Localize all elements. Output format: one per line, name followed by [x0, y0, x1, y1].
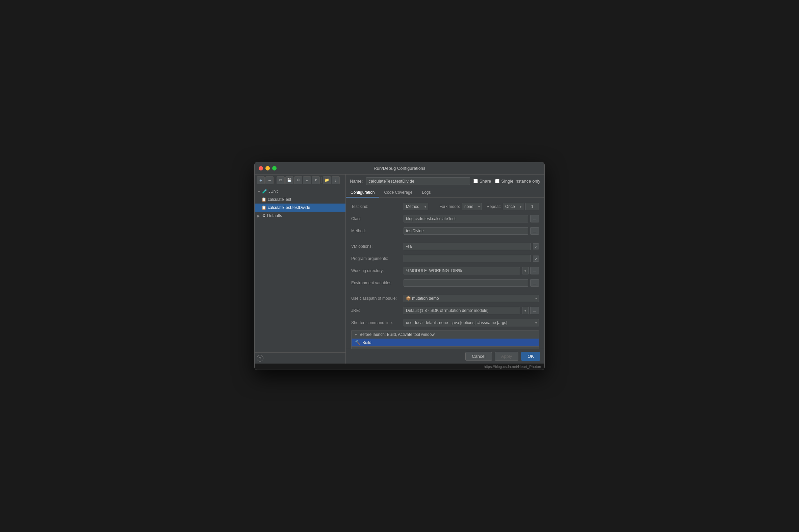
working-dir-select-wrapper[interactable] — [522, 267, 528, 274]
single-instance-checkbox-label[interactable]: Single instance only — [495, 178, 540, 184]
calculatetest-icon: 📋 — [261, 197, 266, 202]
share-checkbox[interactable] — [473, 179, 478, 183]
program-args-input[interactable] — [404, 255, 531, 262]
calculatetest-divide-icon: 📋 — [261, 205, 266, 210]
config-tree: ▼ 🧪 JUnit 📋 calculateTest 📋 calculateTes… — [255, 186, 346, 353]
move-up-button[interactable]: ▲ — [303, 176, 311, 184]
defaults-label: Defaults — [267, 213, 282, 218]
minimize-button[interactable] — [265, 166, 270, 170]
jre-select[interactable] — [522, 307, 529, 314]
tab-configuration[interactable]: Configuration — [346, 188, 379, 197]
repeat-label: Repeat: — [487, 204, 501, 209]
build-icon: 🔨 — [355, 340, 360, 345]
env-vars-input[interactable] — [404, 279, 528, 287]
working-dir-select[interactable] — [522, 267, 529, 274]
before-launch-header[interactable]: ▼ Before launch: Build, Activate tool wi… — [352, 330, 539, 339]
right-panel: Name: Share Single instance only Configu… — [346, 174, 544, 364]
test-kind-row: Test kind: Method Fork mode: none — [351, 202, 539, 211]
working-dir-input[interactable] — [404, 267, 520, 274]
close-button[interactable] — [259, 166, 263, 170]
fork-mode-select[interactable]: none — [462, 203, 482, 210]
settings-config-button[interactable]: ⚙ — [294, 176, 302, 184]
ok-button[interactable]: OK — [521, 352, 540, 361]
title-bar: Run/Debug Configurations — [255, 163, 544, 174]
calculatetest-divide-label: calculateTest.testDivide — [268, 205, 310, 210]
repeat-select-wrapper[interactable]: Once — [503, 203, 523, 210]
program-args-expand-button[interactable]: ⤢ — [533, 255, 539, 262]
junit-icon: 🧪 — [262, 189, 267, 194]
shorten-cmd-select[interactable]: user-local default: none - java [options… — [404, 319, 539, 326]
test-kind-select-wrapper[interactable]: Method — [404, 203, 428, 210]
jre-browse-button[interactable]: ... — [530, 307, 539, 314]
tab-code-coverage[interactable]: Code Coverage — [379, 188, 417, 197]
share-checkbox-label[interactable]: Share — [473, 178, 491, 184]
repeat-select[interactable]: Once — [503, 203, 523, 210]
tree-item-junit[interactable]: ▼ 🧪 JUnit — [255, 187, 346, 195]
before-launch-toolbar: + − ✏ ▲ ▼ — [352, 346, 539, 349]
class-row: Class: ... — [351, 214, 539, 224]
name-input[interactable] — [366, 177, 470, 185]
program-args-label: Program arguments: — [351, 256, 404, 261]
class-browse-button[interactable]: ... — [530, 215, 539, 223]
single-instance-label: Single instance only — [501, 178, 540, 184]
dialog-footer: Cancel Apply OK — [346, 349, 544, 364]
repeat-number-input[interactable] — [525, 203, 539, 210]
class-label: Class: — [351, 216, 404, 221]
vm-options-input[interactable] — [404, 243, 531, 250]
vm-options-label: VM options: — [351, 244, 404, 249]
cancel-button[interactable]: Cancel — [465, 352, 492, 361]
jre-select-wrapper[interactable] — [522, 307, 528, 314]
jre-row: JRE: ... — [351, 306, 539, 315]
classpath-select[interactable]: 📦 mutation demo — [404, 295, 539, 302]
maximize-button[interactable] — [272, 166, 277, 170]
tree-item-calculatetest[interactable]: 📋 calculateTest — [255, 195, 346, 204]
name-label: Name: — [350, 178, 363, 184]
vm-options-expand-button[interactable]: ⤢ — [533, 243, 539, 249]
env-vars-browse-button[interactable]: ... — [530, 279, 539, 287]
defaults-expand-arrow: ▶ — [257, 214, 261, 218]
method-label: Method: — [351, 229, 404, 233]
folder-button[interactable]: 📁 — [323, 176, 331, 184]
fork-mode-select-wrapper[interactable]: none — [462, 203, 482, 210]
divider-2 — [351, 290, 539, 294]
remove-config-button[interactable]: − — [265, 176, 274, 184]
url-bar: https://blog.csdn.net/Heart_Photon — [255, 364, 544, 369]
classpath-select-wrapper[interactable]: 📦 mutation demo — [404, 295, 539, 302]
class-input[interactable] — [404, 215, 528, 223]
copy-config-button[interactable]: ⧉ — [277, 176, 285, 184]
apply-button[interactable]: Apply — [495, 352, 519, 361]
junit-label: JUnit — [268, 189, 278, 194]
method-input[interactable] — [404, 227, 528, 234]
left-toolbar: + − ⧉ 💾 ⚙ ▲ ▼ 📁 ↕ — [255, 174, 346, 186]
toolbar-separator-1 — [275, 177, 275, 183]
tab-logs[interactable]: Logs — [417, 188, 435, 197]
sort-button[interactable]: ↕ — [332, 176, 340, 184]
test-kind-label: Test kind: — [351, 204, 404, 209]
move-down-button[interactable]: ▼ — [312, 176, 320, 184]
tree-item-defaults[interactable]: ▶ ⚙ Defaults — [255, 212, 346, 220]
save-config-button[interactable]: 💾 — [285, 176, 294, 184]
shorten-cmd-select-wrapper[interactable]: user-local default: none - java [options… — [404, 319, 539, 326]
url-text: https://blog.csdn.net/Heart_Photon — [484, 365, 541, 368]
tree-item-calculatetest-divide[interactable]: 📋 calculateTest.testDivide — [255, 204, 346, 212]
left-bottom: ? — [255, 353, 346, 364]
share-label: Share — [480, 178, 491, 184]
single-instance-checkbox[interactable] — [495, 179, 499, 183]
test-kind-select[interactable]: Method — [404, 203, 428, 210]
defaults-icon: ⚙ — [262, 213, 266, 218]
env-vars-label: Environment variables: — [351, 281, 404, 285]
add-config-button[interactable]: + — [257, 176, 265, 184]
method-browse-button[interactable]: ... — [530, 227, 539, 234]
run-debug-dialog: Run/Debug Configurations + − ⧉ 💾 ⚙ ▲ ▼ 📁… — [254, 162, 545, 370]
jre-input[interactable] — [404, 307, 520, 314]
working-dir-value: ... — [404, 267, 539, 274]
build-label: Build — [363, 340, 371, 345]
class-value: ... — [404, 215, 539, 223]
before-launch-arrow: ▼ — [354, 333, 358, 337]
vm-options-row: VM options: ⤢ — [351, 242, 539, 251]
help-button[interactable]: ? — [257, 355, 263, 362]
before-launch-build-item[interactable]: 🔨 Build — [352, 339, 539, 346]
working-dir-browse-button[interactable]: ... — [530, 267, 539, 274]
left-panel: + − ⧉ 💾 ⚙ ▲ ▼ 📁 ↕ ▼ 🧪 JUnit — [255, 174, 346, 364]
classpath-row: Use classpath of module: 📦 mutation demo — [351, 294, 539, 303]
